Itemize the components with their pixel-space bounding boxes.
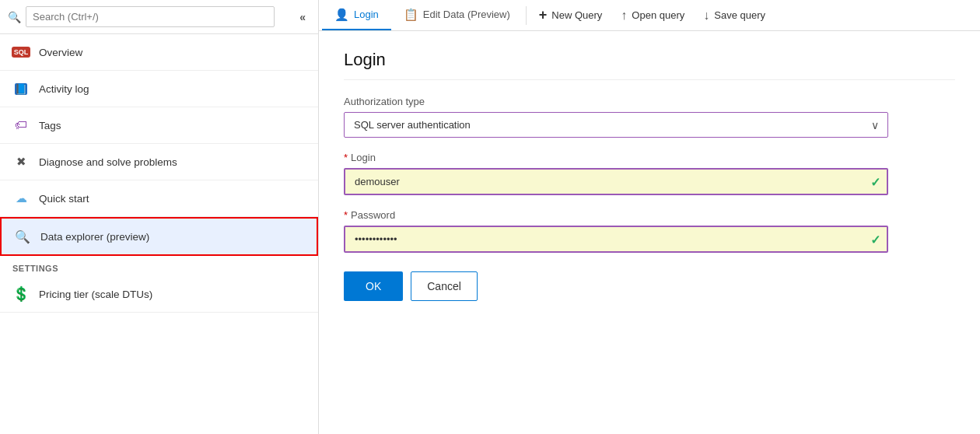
login-check-icon: ✓ (870, 174, 880, 189)
new-query-label: New Query (551, 9, 602, 21)
form-buttons: OK Cancel (344, 271, 955, 301)
sidebar: 🔍 « SQL Overview 📘 Activity log 🏷 Tags (0, 0, 319, 434)
search-input[interactable] (26, 6, 275, 27)
password-input-wrapper: ✓ (344, 226, 888, 253)
login-input-wrapper: ✓ (344, 168, 888, 195)
auth-type-select[interactable]: SQL server authentication Active Directo… (344, 112, 888, 138)
open-query-label: Open query (632, 9, 684, 21)
sidebar-nav: SQL Overview 📘 Activity log 🏷 Tags ✖ Dia… (0, 34, 318, 434)
overview-icon: SQL (12, 44, 30, 61)
pricing-icon: 💲 (12, 285, 30, 303)
sidebar-item-label: Diagnose and solve problems (39, 156, 177, 168)
search-bar: 🔍 « (0, 0, 318, 34)
sidebar-item-label: Pricing tier (scale DTUs) (39, 289, 152, 300)
login-tab-icon: 👤 (334, 8, 349, 22)
tab-edit-data[interactable]: 📋 Edit Data (Preview) (391, 0, 523, 30)
login-required-star: * (344, 152, 348, 163)
tab-login[interactable]: 👤 Login (322, 0, 391, 30)
password-check-icon: ✓ (870, 232, 880, 247)
content-area: Login Authorization type SQL server auth… (319, 31, 980, 434)
toolbar: 👤 Login 📋 Edit Data (Preview) + New Quer… (319, 0, 980, 31)
save-query-icon: ↓ (703, 9, 709, 23)
diagnose-icon: ✖ (12, 153, 30, 170)
new-query-button[interactable]: + New Query (530, 0, 612, 30)
login-section: *Login ✓ (344, 152, 955, 195)
edit-data-tab-icon: 📋 (404, 8, 418, 22)
tags-icon: 🏷 (12, 117, 30, 134)
data-explorer-icon: 🔍 (14, 228, 31, 245)
sidebar-item-data-explorer[interactable]: 🔍 Data explorer (preview) (0, 217, 318, 256)
search-icon: 🔍 (8, 11, 21, 23)
sidebar-item-label: Quick start (39, 193, 89, 205)
open-query-icon: ↑ (621, 9, 627, 23)
save-query-button[interactable]: ↓ Save query (694, 0, 775, 30)
tab-edit-data-label: Edit Data (Preview) (423, 9, 510, 20)
sidebar-item-overview[interactable]: SQL Overview (0, 34, 318, 71)
password-required-star: * (344, 209, 348, 221)
page-title: Login (344, 50, 955, 80)
login-label: *Login (344, 152, 955, 163)
save-query-label: Save query (714, 9, 765, 21)
auth-type-label: Authorization type (344, 96, 955, 107)
open-query-button[interactable]: ↑ Open query (611, 0, 694, 30)
auth-type-select-wrapper: SQL server authentication Active Directo… (344, 112, 888, 138)
auth-type-section: Authorization type SQL server authentica… (344, 96, 955, 138)
cancel-button[interactable]: Cancel (411, 271, 478, 301)
password-input[interactable] (344, 226, 888, 253)
sidebar-item-label: Data explorer (preview) (40, 231, 149, 243)
quick-start-icon: ☁ (12, 190, 30, 207)
settings-section-header: SETTINGS (0, 256, 318, 276)
sidebar-item-tags[interactable]: 🏷 Tags (0, 107, 318, 144)
sidebar-item-label: Activity log (39, 83, 89, 95)
login-input[interactable] (344, 168, 888, 195)
activity-log-icon: 📘 (12, 80, 30, 97)
main-panel: 👤 Login 📋 Edit Data (Preview) + New Quer… (319, 0, 980, 434)
sidebar-item-label: Tags (39, 120, 61, 131)
ok-button[interactable]: OK (344, 271, 403, 301)
collapse-button[interactable]: « (295, 9, 310, 25)
toolbar-separator (526, 6, 527, 25)
sidebar-item-activity-log[interactable]: 📘 Activity log (0, 71, 318, 107)
new-query-icon: + (539, 7, 548, 23)
tab-login-label: Login (354, 9, 379, 20)
sidebar-item-quick-start[interactable]: ☁ Quick start (0, 180, 318, 217)
password-section: *Password ✓ (344, 209, 955, 253)
sidebar-item-label: Overview (39, 47, 82, 58)
sidebar-item-diagnose[interactable]: ✖ Diagnose and solve problems (0, 144, 318, 180)
sidebar-item-pricing-tier[interactable]: 💲 Pricing tier (scale DTUs) (0, 276, 318, 313)
password-label: *Password (344, 209, 955, 221)
